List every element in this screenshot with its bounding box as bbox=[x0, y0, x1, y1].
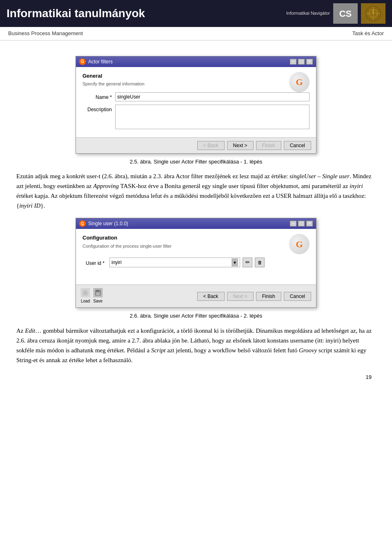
save-item: Save bbox=[93, 288, 102, 304]
delete-icon-button[interactable]: 🗑 bbox=[255, 258, 265, 267]
sub-right: Task és Actor bbox=[352, 29, 384, 38]
svg-rect-9 bbox=[96, 290, 99, 292]
finish-button-2[interactable]: Finish bbox=[256, 292, 281, 301]
load-icon[interactable] bbox=[81, 288, 90, 297]
description-label: Description bbox=[82, 105, 115, 113]
svg-rect-10 bbox=[96, 293, 100, 295]
header-title: Informatikai tanulmányok bbox=[7, 5, 145, 22]
dialog2-close-button[interactable]: ✕ bbox=[306, 221, 313, 226]
page-number: 19 bbox=[16, 373, 376, 381]
description-textarea[interactable] bbox=[115, 105, 310, 129]
dialog2-section-subtitle: Configuration of the process single-user… bbox=[82, 243, 172, 250]
single-user-dialog: G Single user (1.0.0) ─ □ ✕ Configuratio… bbox=[76, 218, 316, 308]
dialog1-footer: < Back Next > Finish Cancel bbox=[76, 137, 316, 153]
figure2-wrapper: G Single user (1.0.0) ─ □ ✕ Configuratio… bbox=[16, 218, 376, 308]
actor-filters-dialog: G Actor filters ─ □ ✕ General Specify th… bbox=[76, 56, 316, 154]
dialog2-controls[interactable]: ─ □ ✕ bbox=[290, 221, 313, 226]
close-button[interactable]: ✕ bbox=[306, 59, 313, 65]
dialog1-section-subtitle: Specify the general information bbox=[82, 81, 145, 87]
cancel-button-2[interactable]: Cancel bbox=[284, 292, 311, 301]
userid-row: User id * inyiri ▼ ✏ 🗑 bbox=[82, 258, 310, 267]
dialog2-icon: G bbox=[79, 220, 86, 227]
minimize-button[interactable]: ─ bbox=[290, 59, 296, 65]
sub-left: Business Process Management bbox=[8, 29, 83, 38]
nav-logo bbox=[361, 3, 385, 24]
finish-button-1[interactable]: Finish bbox=[256, 141, 281, 150]
userid-label: User id * bbox=[82, 258, 107, 267]
nav-label-text: Informatikai Navigátor bbox=[286, 10, 330, 17]
bonita-logo2: G bbox=[289, 234, 310, 254]
load-item: Load bbox=[81, 288, 90, 304]
dialog1-section-title: General bbox=[82, 72, 145, 80]
dialog2-footer: Load Save < Back bbox=[76, 284, 316, 307]
figure1-caption: 2.5. ábra. Single user Actor Filter spec… bbox=[16, 158, 376, 166]
figure2-caption: 2.6. ábra. Single user Actor Filter spec… bbox=[16, 312, 376, 320]
page-content: G Actor filters ─ □ ✕ General Specify th… bbox=[0, 40, 392, 390]
dialog2-title-left: G Single user (1.0.0) bbox=[79, 220, 128, 227]
paragraph2: Az Edit… gombbal bármikor változtathatju… bbox=[16, 326, 376, 365]
load-save-area: Load Save bbox=[81, 288, 102, 304]
save-icon[interactable] bbox=[94, 288, 102, 297]
page-header: Informatikai tanulmányok Informatikai Na… bbox=[0, 0, 392, 27]
dialog1-body: General Specify the general information … bbox=[76, 67, 316, 137]
edit-icon-button[interactable]: ✏ bbox=[243, 258, 252, 267]
back-button-1[interactable]: < Back bbox=[197, 141, 225, 150]
dialog1-titlebar: G Actor filters ─ □ ✕ bbox=[76, 56, 316, 67]
dialog2-right-buttons: < Back Next > Finish Cancel bbox=[197, 292, 311, 301]
description-row: Description bbox=[82, 105, 310, 129]
dialog1-controls[interactable]: ─ □ ✕ bbox=[290, 59, 313, 65]
dropdown-arrow-icon[interactable]: ▼ bbox=[232, 258, 238, 267]
name-input[interactable] bbox=[115, 92, 310, 101]
dialog1-title-left: G Actor filters bbox=[79, 58, 113, 65]
dialog2-minimize-button[interactable]: ─ bbox=[290, 221, 296, 226]
userid-value: inyiri bbox=[111, 259, 232, 266]
sub-header: Business Process Management Task és Acto… bbox=[0, 27, 392, 40]
save-label: Save bbox=[93, 298, 102, 304]
svg-rect-6 bbox=[83, 293, 87, 295]
paragraph1: Ezután adjuk meg a konkrét user-t (2.6. … bbox=[16, 171, 376, 211]
dialog2-titlebar: G Single user (1.0.0) ─ □ ✕ bbox=[76, 218, 316, 229]
dialog1-form: Name * Description bbox=[82, 92, 310, 129]
dialog2-maximize-button[interactable]: □ bbox=[298, 221, 305, 226]
next-button-2[interactable]: Next > bbox=[227, 292, 254, 301]
cs-logo: CS bbox=[333, 3, 358, 24]
userid-dropdown[interactable]: inyiri ▼ bbox=[109, 258, 240, 267]
dialog1-icon: G bbox=[79, 58, 86, 65]
cancel-button-1[interactable]: Cancel bbox=[284, 141, 311, 150]
dialog1-title-text: Actor filters bbox=[88, 58, 113, 65]
dialog2-title-text: Single user (1.0.0) bbox=[88, 220, 128, 227]
name-label: Name * bbox=[82, 92, 115, 101]
figure1-wrapper: G Actor filters ─ □ ✕ General Specify th… bbox=[16, 56, 376, 154]
next-button-1[interactable]: Next > bbox=[227, 141, 254, 150]
load-label: Load bbox=[81, 298, 90, 304]
bonita-logo1: G bbox=[289, 72, 310, 92]
maximize-button[interactable]: □ bbox=[298, 59, 305, 65]
name-row: Name * bbox=[82, 92, 310, 101]
dialog2-body: Configuration Configuration of the proce… bbox=[76, 229, 316, 284]
dialog2-section-title: Configuration bbox=[82, 234, 172, 242]
back-button-2[interactable]: < Back bbox=[197, 292, 225, 301]
